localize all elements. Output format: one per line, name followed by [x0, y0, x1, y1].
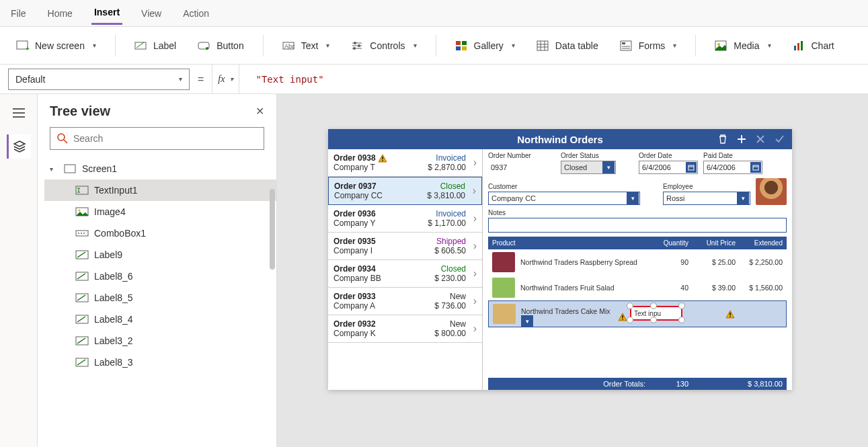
new-screen-button[interactable]: + New screen ▾ — [8, 36, 104, 56]
label-label: Label — [153, 40, 176, 51]
charts-icon — [793, 40, 806, 52]
chevron-down-icon: ▾ — [93, 42, 96, 49]
canvas[interactable]: Northwind Orders Order 0938 Company TInv… — [277, 94, 868, 447]
chevron-down-icon: ▾ — [768, 42, 771, 49]
svg-rect-14 — [537, 41, 548, 50]
fx-button[interactable]: fx ▾ — [212, 65, 239, 93]
text-button[interactable]: Abc Text ▾ — [274, 36, 338, 56]
order-row[interactable]: Order 0937Company CCClosed$ 3,810.00› — [328, 177, 482, 205]
chevron-right-icon: › — [466, 268, 477, 280]
menu-insert[interactable]: Insert — [91, 1, 122, 25]
tree-item[interactable]: Label3_2 — [44, 330, 276, 352]
chevron-right-icon: › — [466, 240, 477, 252]
customer-dropdown[interactable]: Company CC▾ — [488, 192, 640, 205]
text-icon: Abc — [282, 40, 296, 52]
save-button[interactable] — [773, 133, 785, 145]
order-status-dropdown[interactable]: Closed▾ — [561, 161, 616, 174]
menu-home[interactable]: Home — [45, 3, 75, 24]
close-panel-button[interactable]: ✕ — [255, 105, 264, 118]
controls-button[interactable]: Controls ▾ — [343, 36, 424, 56]
forms-button[interactable]: Forms ▾ — [612, 36, 685, 56]
tree-item[interactable]: Label9 — [44, 244, 276, 266]
product-row[interactable]: Northwind Traders Fruit Salad40$ 39.00$ … — [488, 275, 787, 300]
data-table-button[interactable]: Data table — [528, 36, 606, 56]
delete-button[interactable] — [717, 133, 729, 145]
svg-point-26 — [79, 210, 81, 212]
svg-rect-44 — [729, 316, 730, 317]
tree-item-label: Label3_2 — [94, 335, 133, 346]
cancel-button[interactable] — [754, 133, 766, 145]
menu-file[interactable]: File — [8, 3, 29, 24]
product-price: $ 39.00 — [688, 284, 736, 292]
grid-header-ext: Extended — [736, 239, 783, 247]
grid-header-qty: Quantity — [651, 239, 688, 247]
order-row[interactable]: Order 0936Company YInvoiced$ 1,170.00› — [328, 205, 482, 233]
label-icon — [75, 335, 89, 346]
product-grid[interactable]: Northwind Traders Raspberry Spread90$ 25… — [488, 249, 787, 378]
tree-panel: Tree view ✕ ▾ Screen1 TextInput1Image4Co… — [38, 94, 277, 447]
top-menu: File Home Insert View Action — [0, 0, 868, 27]
collapse-icon[interactable]: ▾ — [50, 165, 58, 173]
product-combobox[interactable]: Northwind Traders Cake Mix▾ — [521, 307, 627, 321]
hamburger-button[interactable] — [7, 101, 31, 125]
notes-input[interactable] — [488, 218, 787, 233]
add-button[interactable] — [736, 133, 748, 145]
label-button[interactable]: Label — [126, 36, 184, 56]
tree-item[interactable]: Label8_4 — [44, 309, 276, 330]
svg-rect-16 — [622, 42, 625, 44]
field-label: Order Date — [639, 152, 698, 159]
tree-item[interactable]: Label8_3 — [44, 352, 276, 373]
charts-label: Chart — [812, 40, 834, 51]
chevron-down-icon: ▾ — [602, 161, 615, 173]
svg-rect-21 — [801, 41, 803, 50]
svg-rect-19 — [794, 46, 796, 50]
formula-value[interactable]: "Text input" — [247, 74, 323, 85]
media-button[interactable]: Media ▾ — [707, 36, 779, 56]
order-row[interactable]: Order 0933Company ANew$ 736.00› — [328, 288, 482, 315]
chevron-right-icon: › — [466, 157, 477, 169]
product-row[interactable]: Northwind Traders Raspberry Spread90$ 25… — [488, 249, 787, 275]
tree-view-rail-button[interactable] — [7, 134, 31, 159]
grid-header-product: Product — [492, 239, 651, 247]
button-button[interactable]: Button — [190, 36, 251, 56]
grid-header: Product Quantity Unit Price Extended — [488, 237, 787, 249]
order-amount: $ 2,870.00 — [428, 163, 466, 172]
employee-dropdown[interactable]: Rossi▾ — [663, 192, 750, 205]
order-status: Invoiced — [428, 153, 466, 163]
product-name: Northwind Traders Cake Mix — [521, 307, 610, 315]
screen-icon — [63, 163, 77, 174]
tree-search[interactable] — [50, 127, 264, 150]
product-row[interactable]: Northwind Traders Cake Mix▾Text inpu — [488, 300, 787, 327]
tree-item[interactable]: Label8_5 — [44, 287, 276, 309]
search-input[interactable] — [73, 133, 257, 144]
paid-date-picker[interactable]: 6/4/2006 — [703, 161, 762, 174]
svg-point-18 — [717, 43, 720, 46]
svg-rect-10 — [456, 41, 461, 45]
totals-row: Order Totals: 130 $ 3,810.00 — [488, 378, 787, 390]
tree-item[interactable]: Image4 — [44, 201, 276, 222]
tree-item[interactable]: Label8_6 — [44, 266, 276, 287]
property-dropdown[interactable]: Default ▾ — [8, 69, 190, 90]
tree-root[interactable]: ▾ Screen1 — [44, 158, 276, 179]
menu-view[interactable]: View — [139, 3, 164, 24]
charts-button[interactable]: Chart — [785, 36, 842, 56]
tree-item-label: Label9 — [94, 249, 122, 260]
order-name: Order 0932 — [333, 319, 434, 329]
order-name: Order 0937 — [334, 181, 427, 191]
menu-action[interactable]: Action — [180, 3, 212, 24]
svg-point-28 — [78, 233, 79, 234]
order-gallery[interactable]: Order 0938 Company TInvoiced$ 2,870.00›O… — [328, 149, 483, 390]
property-value: Default — [15, 74, 45, 85]
order-row[interactable]: Order 0938 Company TInvoiced$ 2,870.00› — [328, 149, 482, 177]
order-row[interactable]: Order 0934Company BBClosed$ 230.00› — [328, 260, 482, 288]
svg-rect-42 — [622, 319, 623, 319]
order-row[interactable]: Order 0932Company KNew$ 800.00› — [328, 315, 482, 343]
chevron-right-icon: › — [466, 323, 477, 335]
scrollbar-thumb[interactable] — [270, 189, 275, 270]
order-row[interactable]: Order 0935Company IShipped$ 606.50› — [328, 233, 482, 260]
order-company: Company CC — [334, 191, 427, 200]
tree-item[interactable]: ComboBox1 — [44, 222, 276, 244]
order-date-picker[interactable]: 6/4/2006 — [639, 161, 698, 174]
gallery-button[interactable]: Gallery ▾ — [447, 36, 523, 56]
tree-item[interactable]: TextInput1 — [44, 179, 276, 201]
